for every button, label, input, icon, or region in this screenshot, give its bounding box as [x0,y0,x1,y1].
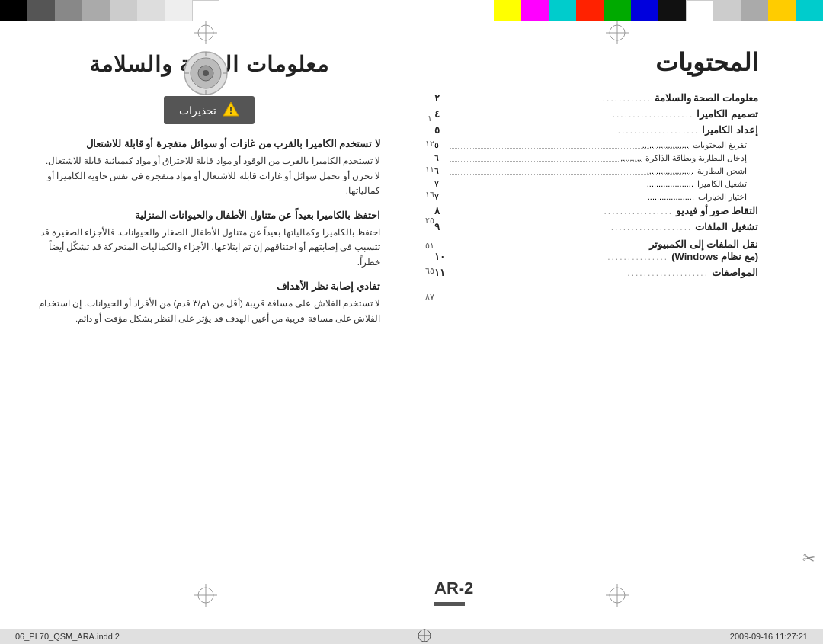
camera-disc-icon [183,50,229,99]
section-1-text: لا تستخدم الكاميرا بالقرب من الوقود أو م… [38,154,380,199]
toc-sub-label-3: اشحن البطارية [697,166,747,176]
swatch-red [576,0,604,21]
side-num-6: ٥١ [425,240,434,252]
color-bar-top [0,0,823,21]
scissors-icon: ✂ [801,549,817,569]
toc-sub-label-5: اختيار الخيارات [698,192,747,202]
swatch-gray [55,0,82,21]
section-3: تفادي إصابة نظر الأهداف لا تستخدم الفلاش… [38,280,380,326]
toc-label-6a: نقل الملفات إلى الكمبيوتر [649,239,758,250]
bottom-reg-mark [194,584,217,610]
toc-sub-row-2: إدخال البطارية وبطاقة الذاكرة ......... … [434,153,758,163]
toc-row-7: المواصفات .................... ١١ [434,267,758,278]
svg-point-6 [203,70,209,76]
side-page-numbers: ١ ١٢ ١١ ١٦ ٢٥ ٥١ ٦٥ ٨٧ [425,113,434,303]
swatch-yellow [494,0,521,21]
toc-sub-row-4: تشغيل الكاميرا .................... ٧ [434,179,758,189]
section-2-text: احتفظ بالكاميرا وكمالياتها بعيداً عن متن… [38,226,380,271]
section-2-title: احتفظ بالكاميرا بعيداً عن متناول الأطفال… [38,210,380,221]
toc-sub-page-4: ٧ [434,179,447,189]
swatch-gray3 [741,0,768,21]
toc-page-4: ٨ [434,205,448,216]
toc-label-7: المواصفات [712,267,758,278]
swatch-magenta [521,0,549,21]
toc-sub-row-5: اختيار الخيارات .................... ٧ [434,192,758,202]
warning-badge-label: تحذيرات [179,104,216,117]
side-num-1: ١ [425,113,434,124]
toc-label-3: إعداد الكاميرا [702,124,758,136]
toc-page-1: ٢ [434,92,448,104]
warning-triangle-icon: ! [223,101,239,120]
right-top-reg-mark [606,21,629,47]
footer-center-mark [417,628,432,644]
footer-right-text: 2009-09-16 11:27:21 [730,632,808,641]
toc-label-6b: (مع نظام Windows) [671,251,758,262]
toc-row-3: إعداد الكاميرا .................... ٥ [434,124,758,136]
toc-page-3: ٥ [434,124,448,136]
toc-label-5: تشغيل الملفات [695,221,758,232]
swatch-green [604,0,631,21]
toc-label-2: تصميم الكاميرا [697,108,758,120]
side-num-5: ٢٥ [425,215,434,226]
toc-sub-page-2: ٦ [434,153,447,163]
toc-row-4: التقاط صور أو فيديو ................. ٨ [434,205,758,216]
toc-label-4: التقاط صور أو فيديو [676,205,758,216]
swatch-white [192,0,219,21]
top-reg-mark [194,21,217,47]
toc-page-7: ١١ [434,267,448,278]
toc-page-6: ١٠ [434,251,448,262]
toc-row-1: معلومات الصحة والسلامة ............ ٢ [434,92,758,104]
section-3-title: تفادي إصابة نظر الأهداف [38,280,380,292]
warning-badge: ! تحذيرات [164,96,255,124]
warning-box: ! تحذيرات [38,96,380,124]
page-bar [434,602,465,606]
swatch-dark-gray [27,0,55,21]
toc-row-6: (مع نظام Windows) ............... ١٠ [434,251,758,262]
toc-label-1: معلومات الصحة والسلامة [655,92,758,104]
side-num-8: ٨٧ [425,291,434,303]
toc-sub-label-2: إدخال البطارية وبطاقة الذاكرة [645,153,747,163]
page-number: AR-2 [434,578,473,598]
swatch-light-gray [110,0,137,21]
toc-content: المحتويات معلومات الصحة والسلامة .......… [434,48,758,278]
left-page: معلومات الصحة والسلامة ! تحذيرات لا تستخ… [0,21,412,629]
swatch-white2 [686,0,713,21]
swatch-teal [796,0,823,21]
right-bottom-reg-mark [606,584,629,610]
side-num-7: ٦٥ [425,265,434,277]
section-1: لا تستخدم الكاميرا بالقرب من غازات أو سو… [38,138,380,199]
footer-left-text: 06_PL70_QSM_ARA.indd 2 [15,632,120,641]
toc-sub-row-3: اشحن البطارية .................... ٦ [434,166,758,176]
toc-row-6-header: نقل الملفات إلى الكمبيوتر [434,237,758,251]
section-3-text: لا تستخدم الفلاش على مسافة قريبة (أقل من… [38,296,380,326]
right-color-swatches [412,0,823,21]
swatch-very-light-gray [165,0,192,21]
side-num-3: ١١ [425,164,434,175]
swatch-gray2 [713,0,741,21]
footer-bar: 06_PL70_QSM_ARA.indd 2 2009-09-16 11:27:… [0,629,823,644]
toc-row-5: تشغيل الملفات .................... ٩ [434,221,758,232]
toc-sub-page-1: ٥ [434,140,447,150]
swatch-cyan [549,0,576,21]
swatch-gold [768,0,796,21]
swatch-black2 [658,0,686,21]
section-2: احتفظ بالكاميرا بعيداً عن متناول الأطفال… [38,210,380,271]
section-1-title: لا تستخدم الكاميرا بالقرب من غازات أو سو… [38,138,380,149]
toc-sub-page-3: ٦ [434,166,447,176]
side-num-4: ١٦ [425,189,434,200]
toc-sub-label-1: تفريغ المحتويات [693,140,747,150]
svg-text:!: ! [229,105,232,116]
toc-page-5: ٩ [434,221,448,232]
right-page-title: المحتويات [434,48,758,77]
left-color-swatches [0,0,412,21]
side-num-2: ١٢ [425,138,434,149]
toc-sub-row-1: تفريغ المحتويات .................... ٥ [434,140,758,150]
right-page: ١ ١٢ ١١ ١٦ ٢٥ ٥١ ٦٥ ٨٧ المحتويات معلومات… [412,21,823,629]
toc-sub-page-5: ٧ [434,192,447,202]
swatch-lighter-gray [137,0,165,21]
main-container: معلومات الصحة والسلامة ! تحذيرات لا تستخ… [0,21,823,629]
toc-row-2: تصميم الكاميرا .................... ٤ [434,108,758,120]
swatch-blue [631,0,658,21]
toc-page-2: ٤ [434,108,448,120]
swatch-mid-gray [82,0,110,21]
